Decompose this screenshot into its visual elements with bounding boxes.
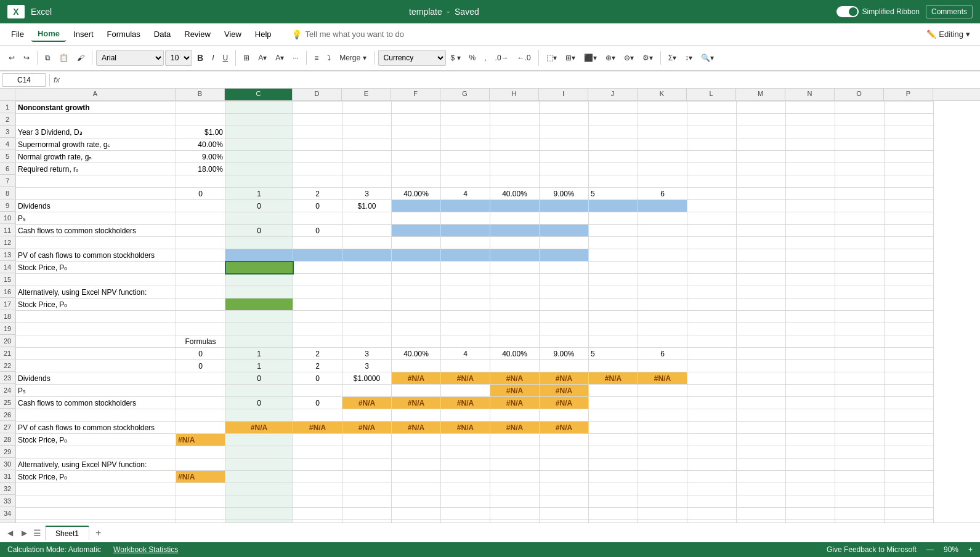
cell-N22[interactable]: [786, 360, 835, 372]
cell-M10[interactable]: [737, 212, 786, 225]
cell-H32[interactable]: [490, 483, 540, 495]
cell-B30[interactable]: [176, 459, 225, 471]
zoom-plus-button[interactable]: +: [968, 545, 973, 554]
cell-J32[interactable]: [589, 483, 638, 495]
row-header-35[interactable]: 35: [0, 519, 15, 523]
cell-C1[interactable]: [225, 102, 293, 114]
cell-E15[interactable]: [342, 274, 392, 286]
cell-K21[interactable]: 6: [638, 348, 687, 360]
cell-F9[interactable]: [392, 200, 441, 212]
cell-G35[interactable]: [441, 520, 490, 523]
cell-E3[interactable]: [342, 126, 392, 138]
cell-H4[interactable]: [490, 138, 540, 151]
cell-L19[interactable]: [687, 323, 737, 335]
cell-L21[interactable]: [687, 348, 737, 360]
cell-E24[interactable]: [342, 385, 392, 397]
cell-H18[interactable]: [490, 311, 540, 323]
cell-J15[interactable]: [589, 274, 638, 286]
cell-J14[interactable]: [589, 262, 638, 274]
cell-E29[interactable]: [342, 446, 392, 459]
cell-D12[interactable]: [293, 237, 342, 249]
cell-K9[interactable]: [638, 200, 687, 212]
cell-C3[interactable]: [225, 126, 293, 138]
percent-button[interactable]: %: [466, 51, 480, 65]
increase-decimal-button[interactable]: .0→: [492, 51, 512, 65]
cell-O23[interactable]: [835, 372, 885, 385]
cell-D16[interactable]: [293, 286, 342, 299]
row-header-30[interactable]: 30: [0, 458, 15, 470]
cell-N27[interactable]: [786, 422, 835, 434]
cell-J35[interactable]: [589, 520, 638, 523]
comma-button[interactable]: ,: [480, 51, 490, 65]
cell-O26[interactable]: [835, 409, 885, 422]
cell-M23[interactable]: [737, 372, 786, 385]
cell-G22[interactable]: [441, 360, 490, 372]
comments-button[interactable]: Comments: [926, 5, 973, 18]
cell-E18[interactable]: [342, 311, 392, 323]
cell-H26[interactable]: [490, 409, 540, 422]
cell-B4[interactable]: 40.00%: [176, 138, 225, 151]
cell-M3[interactable]: [737, 126, 786, 138]
cell-F8[interactable]: 40.00%: [392, 188, 441, 200]
cell-D14[interactable]: [293, 262, 342, 274]
cell-I10[interactable]: [540, 212, 589, 225]
cell-L12[interactable]: [687, 237, 737, 249]
cell-P14[interactable]: [885, 262, 934, 274]
cell-O14[interactable]: [835, 262, 885, 274]
cell-I29[interactable]: [540, 446, 589, 459]
row-header-18[interactable]: 18: [0, 310, 15, 323]
cell-B22[interactable]: 0: [176, 360, 225, 372]
cell-L2[interactable]: [687, 114, 737, 126]
cell-M33[interactable]: [737, 495, 786, 508]
cell-D10[interactable]: [293, 212, 342, 225]
row-header-33[interactable]: 33: [0, 495, 15, 507]
cell-C18[interactable]: [225, 311, 293, 323]
cell-C27[interactable]: #N/A: [225, 422, 293, 434]
cell-E12[interactable]: [342, 237, 392, 249]
row-header-22[interactable]: 22: [0, 359, 15, 372]
row-header-26[interactable]: 26: [0, 409, 15, 421]
cell-H6[interactable]: [490, 163, 540, 175]
cell-F27[interactable]: #N/A: [392, 422, 441, 434]
cell-L9[interactable]: [687, 200, 737, 212]
cell-D27[interactable]: #N/A: [293, 422, 342, 434]
cell-D24[interactable]: [293, 385, 342, 397]
cell-M15[interactable]: [737, 274, 786, 286]
cell-D28[interactable]: [293, 434, 342, 446]
cell-I4[interactable]: [540, 138, 589, 151]
row-header-10[interactable]: 10: [0, 212, 15, 224]
cell-M21[interactable]: [737, 348, 786, 360]
cell-C20[interactable]: [225, 335, 293, 348]
cell-I5[interactable]: [540, 151, 589, 163]
cell-E33[interactable]: [342, 495, 392, 508]
cell-reference-input[interactable]: [2, 73, 46, 87]
cell-G23[interactable]: #N/A: [441, 372, 490, 385]
cell-E7[interactable]: [342, 175, 392, 188]
cell-M29[interactable]: [737, 446, 786, 459]
cell-P2[interactable]: [885, 114, 934, 126]
cell-J13[interactable]: [589, 249, 638, 262]
cell-H7[interactable]: [490, 175, 540, 188]
dollar-button[interactable]: $ ▾: [447, 51, 464, 65]
cell-H11[interactable]: [490, 225, 540, 237]
cell-I32[interactable]: [540, 483, 589, 495]
cell-F29[interactable]: [392, 446, 441, 459]
cell-I13[interactable]: [540, 249, 589, 262]
cell-C25[interactable]: 0: [225, 397, 293, 409]
cell-J8[interactable]: 5: [589, 188, 638, 200]
cell-A2[interactable]: [16, 114, 176, 126]
cell-O17[interactable]: [835, 299, 885, 311]
cell-G15[interactable]: [441, 274, 490, 286]
cell-P10[interactable]: [885, 212, 934, 225]
cell-D6[interactable]: [293, 163, 342, 175]
cell-L33[interactable]: [687, 495, 737, 508]
cell-I26[interactable]: [540, 409, 589, 422]
cell-G32[interactable]: [441, 483, 490, 495]
cell-G29[interactable]: [441, 446, 490, 459]
cell-F23[interactable]: #N/A: [392, 372, 441, 385]
cell-L10[interactable]: [687, 212, 737, 225]
cell-A25[interactable]: Cash flows to common stockholders: [16, 397, 176, 409]
cell-A16[interactable]: Alternatively, using Excel NPV function:: [16, 286, 176, 299]
cell-N30[interactable]: [786, 459, 835, 471]
cell-M8[interactable]: [737, 188, 786, 200]
